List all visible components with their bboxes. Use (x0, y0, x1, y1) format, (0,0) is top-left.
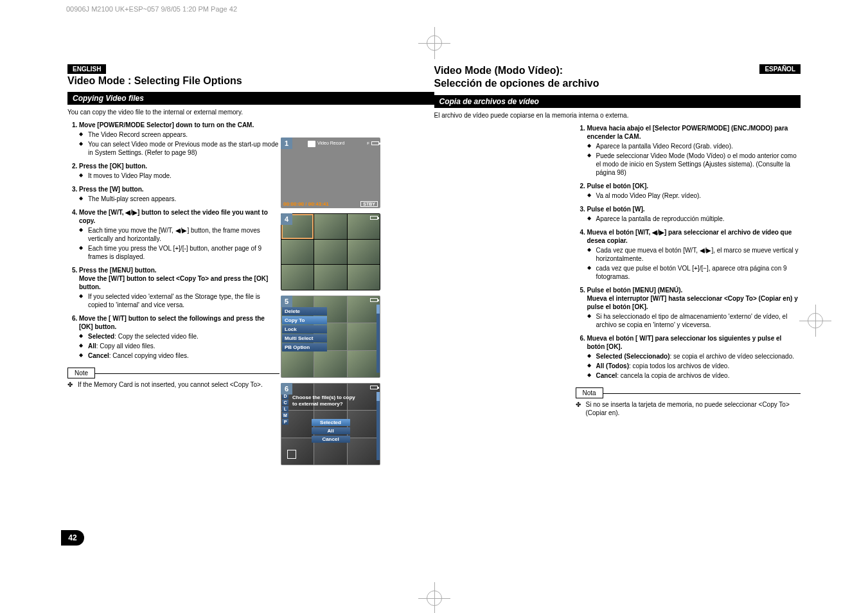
bullet: Each time you press the VOL [+]/[-] butt… (79, 244, 279, 261)
step-head: Mueva el botón [W/T, ◀/▶] para seleccion… (587, 229, 792, 244)
opt: Cancel (312, 436, 350, 443)
step-head: Mueva hacia abajo el [Selector POWER/MOD… (587, 125, 788, 140)
opt-selected: Selected (312, 419, 350, 426)
battery-icon (370, 386, 378, 389)
dialog-options: Selected All Cancel (312, 419, 350, 444)
header-slug: 00906J M2100 UK+ESP~057 9/8/05 1:20 PM P… (62, 0, 806, 14)
bullet: The Video Record screen appears. (79, 130, 279, 139)
bullet: Each time you move the [W/T, ◀/▶] button… (79, 226, 279, 243)
bullet: Puede seleccionar Video Mode (Modo Vídeo… (587, 152, 801, 177)
step-head: Pulse el botón [MENU] (MENÚ). Mueva el i… (587, 287, 798, 310)
opt: All (312, 427, 350, 434)
step-head: Pulse el botón [W]. (587, 206, 645, 213)
note-text-right: Si no se inserta la tarjeta de memoria, … (576, 400, 801, 417)
bullet: Aparece la pantalla de reproducción múlt… (587, 215, 801, 223)
bullet: Cada vez que mueva el botón [W/T, ◀/▶], … (587, 246, 801, 263)
menu-list: Delete Copy To Lock Multi Select PB Opti… (282, 307, 327, 352)
bullet: All (Todos): copia todos los archivos de… (587, 362, 801, 370)
lang-english-tag: ENGLISH (67, 64, 106, 74)
steps-left: Move [POWER/MODE Selector] down to turn … (67, 121, 279, 360)
note-text-left: If the Memory Card is not inserted, you … (67, 380, 279, 389)
note-label-right: Nota (576, 387, 603, 398)
card-icon (287, 450, 296, 459)
camera-icon (308, 141, 315, 147)
bullet: You can select Video mode or Previous mo… (79, 140, 279, 157)
bullet: Selected (Seleccionado): se copia el arc… (587, 352, 801, 360)
screenshot-strip: 1 Video Record F 00:00:00 / 00:43:41 STB… (281, 138, 380, 470)
panel-5: 5 Delete Copy To Lock Multi Select PB Op… (281, 296, 380, 378)
bullet: Selected: Copy the selected video file. (79, 332, 279, 341)
bullet: cada vez que pulse el botón VOL [+]/[−],… (587, 264, 801, 281)
step-head: Press the [MENU] button. Move the [W/T] … (79, 267, 268, 290)
battery-icon (370, 298, 378, 302)
battery-icon (370, 216, 378, 220)
title-right-l2: Selección de opciones de archivo (434, 78, 599, 89)
bullet: It moves to Video Play mode. (79, 172, 279, 180)
menu-item-selected: Copy To (282, 316, 327, 324)
page-number-tab: 42 (61, 530, 84, 546)
menu-item: PB Option (282, 343, 327, 351)
bullet: If you selected video 'external' as the … (79, 292, 279, 309)
title-left: Video Mode : Selecting File Options (67, 75, 434, 87)
bullet: Aparece la pantalla Video Record (Grab. … (587, 142, 801, 150)
step-head: Move [POWER/MODE Selector] down to turn … (79, 121, 254, 129)
side-menu: D C L M P (282, 393, 288, 425)
bullet: Cancel: cancela la copia de archivos de … (587, 371, 801, 380)
subhead-left: Copying Video files (67, 92, 434, 105)
scrollbar (376, 305, 380, 373)
panel-number-6: 6 (281, 383, 292, 395)
panel-6: 6 D C L M P Choose the file(s) to copy t… (281, 383, 380, 465)
scrollbar (376, 392, 380, 460)
battery-icon (371, 141, 379, 145)
bullet: All: Copy all video files. (79, 342, 279, 350)
bullet: The Multi-play screen appears. (79, 195, 279, 203)
dialog-message: Choose the file(s) to copy to external m… (292, 395, 355, 407)
step-head: Pulse el botón [OK]. (587, 182, 649, 190)
intro-left: You can copy the video file to the inter… (67, 109, 434, 116)
video-record-label: Video Record (317, 141, 344, 145)
menu-item: Delete (282, 307, 327, 315)
bullet: Cancel: Cancel copying video files. (79, 351, 279, 360)
panel-number-1: 1 (281, 138, 292, 149)
step-head: Press the [OK] button. (79, 163, 147, 170)
step-head: Press the [W] button. (79, 186, 144, 193)
panel-1: 1 Video Record F 00:00:00 / 00:43:41 STB… (281, 138, 380, 208)
panel-number-5: 5 (281, 296, 292, 307)
menu-item: Lock (282, 325, 327, 333)
title-right-l1: Video Mode (Modo Vídeo): (434, 65, 563, 76)
lang-spanish-tag: ESPAÑOL (759, 64, 801, 74)
step-head: Move the [ W/T] button to select the fol… (79, 315, 265, 330)
panel-4: 4 (281, 213, 380, 290)
bullet: Va al modo Video Play (Repr. vídeo). (587, 191, 801, 200)
intro-right: El archivo de vídeo puede copiarse en la… (434, 112, 801, 119)
step-head: Move the [W/T, ◀/▶] button to select the… (79, 209, 268, 224)
stby-badge: STBY (360, 201, 378, 207)
steps-right: Mueva hacia abajo el [Selector POWER/MOD… (576, 124, 801, 380)
menu-item: Multi Select (282, 334, 327, 342)
panel-number-4: 4 (281, 213, 292, 225)
note-label-left: Note (67, 368, 95, 378)
subhead-right: Copia de archivos de vídeo (434, 95, 801, 108)
bullet: Si ha seleccionado el tipo de almacenami… (587, 312, 801, 329)
timer: 00:00:00 / 00:43:41 (283, 201, 329, 207)
step-head: Mueva el botón [ W/T] para seleccionar l… (587, 335, 782, 350)
